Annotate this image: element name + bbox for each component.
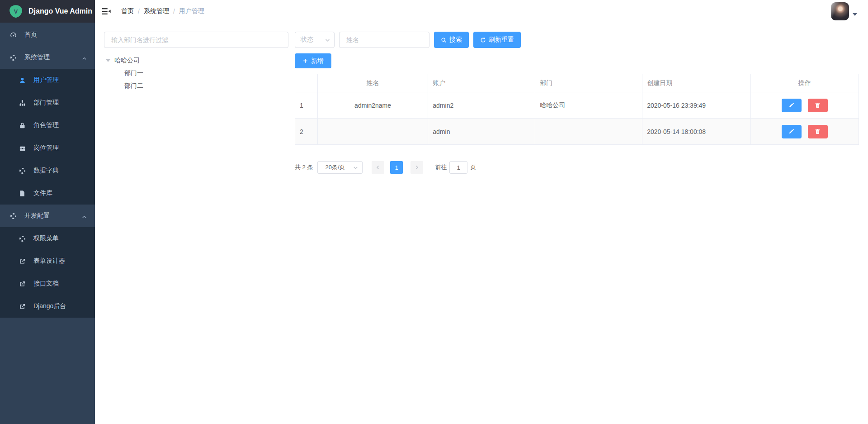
user-table: 姓名 账户 部门 创建日期 操作 1 admin2name admin2 哈哈公: [295, 74, 859, 145]
page-number-1[interactable]: 1: [390, 161, 403, 174]
external-link-icon: [18, 302, 26, 310]
col-name: 姓名: [317, 74, 428, 92]
tree-node-label: 部门二: [124, 82, 143, 90]
breadcrumb-system[interactable]: 系统管理: [144, 7, 169, 15]
sidebar-item-home[interactable]: 首页: [0, 24, 95, 46]
pencil-icon: [788, 129, 794, 134]
component-icon: [18, 234, 26, 243]
sidebar-group-label: 系统管理: [24, 53, 50, 62]
sidebar-item-dictionary[interactable]: 数据字典: [0, 159, 95, 182]
add-button[interactable]: 新增: [295, 53, 331, 68]
goto-label: 前往: [435, 163, 447, 172]
table-row: 2 admin 2020-05-14 18:00:08: [295, 119, 859, 145]
app-logo[interactable]: V Django Vue Admin: [0, 0, 95, 23]
sidebar-item-label: 角色管理: [33, 121, 59, 129]
refresh-icon: [480, 37, 486, 43]
chevron-up-icon: [82, 55, 87, 62]
cell-index: 2: [295, 119, 318, 145]
vue-logo-icon: V: [9, 5, 23, 18]
sidebar-item-files[interactable]: 文件库: [0, 182, 95, 205]
delete-button[interactable]: [808, 99, 828, 112]
search-icon: [441, 37, 447, 43]
sidebar-group-dev[interactable]: 开发配置: [0, 205, 95, 227]
cell-actions: [750, 92, 859, 119]
user-panel: 状态 搜索 刷新重置: [295, 32, 859, 174]
col-created: 创建日期: [642, 74, 750, 92]
cell-department: 哈哈公司: [535, 92, 642, 119]
refresh-reset-label: 刷新重置: [489, 36, 514, 44]
name-filter-input[interactable]: [339, 32, 429, 48]
page-size-value: 20条/页: [325, 163, 345, 172]
sidebar-group-label: 开发配置: [24, 212, 50, 220]
sidebar-item-roles[interactable]: 角色管理: [0, 114, 95, 137]
submenu-system: 用户管理 部门管理 角色管理: [0, 69, 95, 205]
edit-button[interactable]: [782, 99, 802, 112]
component-icon: [9, 53, 17, 62]
breadcrumb-home[interactable]: 首页: [121, 7, 134, 15]
delete-button[interactable]: [808, 125, 828, 138]
cell-account: admin2: [428, 92, 535, 119]
sidebar-item-permission-menu[interactable]: 权限菜单: [0, 227, 95, 250]
sidebar-item-label: 首页: [24, 31, 37, 39]
app-root: V Django Vue Admin 首页 系统管理: [0, 0, 868, 424]
sidebar-group-system[interactable]: 系统管理: [0, 46, 95, 69]
tree-node-company[interactable]: 哈哈公司: [104, 54, 288, 67]
sidebar-item-label: 表单设计器: [33, 257, 65, 265]
sidebar: V Django Vue Admin 首页 系统管理: [0, 0, 95, 424]
sidebar-item-django-backend[interactable]: Django后台: [0, 295, 95, 318]
add-button-label: 新增: [311, 57, 324, 65]
refresh-reset-button[interactable]: 刷新重置: [473, 32, 521, 48]
hamburger-icon[interactable]: [101, 6, 111, 16]
chevron-left-icon: [375, 165, 381, 170]
user-avatar[interactable]: [831, 2, 849, 20]
sidebar-item-label: 接口文档: [33, 280, 59, 288]
sidebar-item-label: Django后台: [33, 302, 66, 310]
department-filter-input[interactable]: [104, 32, 288, 48]
sidebar-item-label: 岗位管理: [33, 144, 59, 152]
chevron-down-icon: [353, 165, 359, 171]
cell-name: admin2name: [317, 92, 428, 119]
lock-icon: [18, 121, 26, 129]
edit-button[interactable]: [782, 125, 802, 138]
page-size-select[interactable]: 20条/页: [317, 161, 363, 174]
cell-created: 2020-05-14 18:00:08: [642, 119, 750, 145]
pagination: 共 2 条 20条/页 1 前往: [295, 161, 859, 174]
main-area: 首页 / 系统管理 / 用户管理 哈哈公司: [95, 0, 868, 424]
breadcrumb-separator: /: [173, 8, 175, 15]
tree-node-dept2[interactable]: 部门二: [104, 80, 288, 92]
goto-page-input[interactable]: [449, 161, 467, 174]
chevron-right-icon: [414, 165, 420, 170]
cell-name: [317, 119, 428, 145]
caret-down-icon: [853, 13, 857, 16]
cell-account: admin: [428, 119, 535, 145]
col-account: 账户: [428, 74, 535, 92]
component-icon: [18, 167, 26, 175]
col-actions: 操作: [750, 74, 859, 92]
file-icon: [18, 189, 26, 197]
prev-page-button[interactable]: [372, 161, 384, 174]
next-page-button[interactable]: [410, 161, 423, 174]
user-menu[interactable]: [831, 2, 862, 20]
dashboard-icon: [9, 31, 17, 39]
sidebar-item-label: 权限菜单: [33, 234, 59, 243]
status-select[interactable]: 状态: [295, 32, 335, 48]
sidebar-item-api-docs[interactable]: 接口文档: [0, 272, 95, 295]
submenu-dev: 权限菜单 表单设计器 接口文档: [0, 227, 95, 318]
search-button[interactable]: 搜索: [434, 32, 469, 48]
sidebar-item-departments[interactable]: 部门管理: [0, 91, 95, 114]
external-link-icon: [18, 280, 26, 288]
caret-down-icon: [106, 59, 110, 62]
chevron-down-icon: [325, 37, 330, 43]
sidebar-item-label: 部门管理: [33, 99, 59, 107]
breadcrumb-current: 用户管理: [179, 7, 204, 15]
breadcrumb-separator: /: [138, 8, 140, 15]
search-button-label: 搜索: [449, 36, 462, 44]
tree-node-dept1[interactable]: 部门一: [104, 67, 288, 80]
navbar: 首页 / 系统管理 / 用户管理: [95, 0, 868, 23]
sitemap-icon: [18, 99, 26, 107]
breadcrumb: 首页 / 系统管理 / 用户管理: [121, 7, 204, 15]
sidebar-item-form-designer[interactable]: 表单设计器: [0, 250, 95, 272]
sidebar-item-posts[interactable]: 岗位管理: [0, 137, 95, 159]
sidebar-item-users[interactable]: 用户管理: [0, 69, 95, 91]
trash-icon: [815, 102, 821, 108]
